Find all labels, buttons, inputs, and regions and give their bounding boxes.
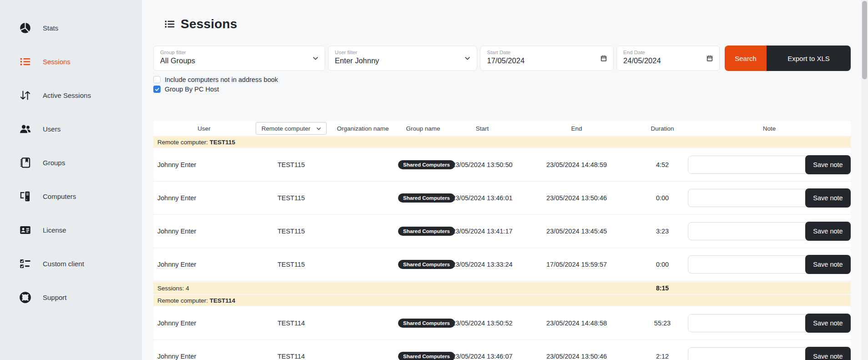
- sidebar-item-sessions[interactable]: Sessions: [0, 45, 142, 78]
- arrows-up-down-icon: [19, 89, 31, 101]
- table-row: Johnny Enter TEST115 Shared Computers 23…: [153, 248, 851, 281]
- main-content: Sessions Group filter All Groups User fi…: [142, 0, 868, 360]
- calendar-icon[interactable]: [706, 55, 713, 62]
- include-computers-checkbox-row[interactable]: Include computers not in address book: [153, 75, 851, 84]
- sidebar-item-active-sessions[interactable]: Active Sessions: [0, 78, 142, 112]
- sidebar-item-support[interactable]: Support: [0, 280, 142, 314]
- cell-user: Johnny Enter: [153, 194, 255, 202]
- cell-remote-computer: TEST115: [255, 261, 328, 268]
- cell-duration: 3:23: [637, 228, 688, 235]
- cell-note: Save note: [688, 347, 851, 360]
- column-header-organization-name: Organization name: [328, 125, 398, 132]
- group-header-computer: TEST115: [210, 139, 235, 146]
- cell-note: Save note: [688, 222, 851, 241]
- note-input[interactable]: [688, 156, 810, 174]
- sidebar-item-groups[interactable]: Groups: [0, 146, 142, 179]
- page-title: Sessions: [164, 15, 851, 33]
- group-header-label: Remote computer:: [157, 139, 210, 146]
- checklist-icon: [19, 258, 31, 270]
- cell-start: 23/05/2024 13:50:52: [448, 319, 516, 327]
- table-body: Remote computer: TEST115 Johnny Enter TE…: [153, 137, 851, 360]
- users-icon: [19, 123, 31, 135]
- address-book-icon: [19, 157, 31, 169]
- group-name-badge: Shared Computers: [398, 193, 455, 203]
- start-date-input[interactable]: Start Date 17/05/2024: [480, 46, 614, 71]
- group-name-badge: Shared Computers: [398, 352, 455, 360]
- cell-remote-computer: TEST115: [255, 161, 328, 168]
- cell-note: Save note: [688, 314, 851, 333]
- save-note-button[interactable]: Save note: [805, 314, 851, 333]
- summary-total-duration: 8:15: [637, 284, 688, 292]
- user-filter-select[interactable]: User filter Enter Johnny: [328, 46, 477, 71]
- table-row: Johnny Enter TEST115 Shared Computers 23…: [153, 148, 851, 182]
- group-filter-value: All Groups: [160, 56, 318, 65]
- scrollbar-thumb[interactable]: [862, 1, 867, 79]
- note-input[interactable]: [688, 314, 810, 332]
- cell-end: 23/05/2024 14:48:58: [516, 319, 637, 327]
- save-note-button[interactable]: Save note: [805, 222, 851, 241]
- calendar-icon[interactable]: [600, 55, 607, 62]
- sidebar-item-stats[interactable]: Stats: [0, 11, 142, 45]
- sessions-table: User Remote computer Organization name G…: [153, 121, 851, 360]
- group-filter-select[interactable]: Group filter All Groups: [153, 46, 325, 71]
- cell-user: Johnny Enter: [153, 319, 255, 327]
- cell-end: 17/05/2024 15:59:57: [516, 261, 637, 268]
- note-input[interactable]: [688, 347, 810, 360]
- cell-remote-computer: TEST114: [255, 353, 328, 360]
- action-buttons: Search Export to XLS: [725, 46, 851, 71]
- sidebar-item-license[interactable]: License: [0, 213, 142, 247]
- save-note-button[interactable]: Save note: [805, 155, 851, 174]
- cell-duration: 0:00: [637, 194, 688, 202]
- save-note-button[interactable]: Save note: [805, 255, 851, 274]
- cell-user: Johnny Enter: [153, 161, 255, 168]
- column-header-duration: Duration: [637, 125, 688, 132]
- group-name-badge: Shared Computers: [398, 319, 455, 328]
- cell-end: 23/05/2024 13:45:45: [516, 228, 637, 235]
- group-header-row: Remote computer: TEST114: [153, 295, 851, 306]
- group-by-pc-host-checkbox[interactable]: [153, 86, 161, 93]
- cell-note: Save note: [688, 155, 851, 174]
- export-to-xls-button[interactable]: Export to XLS: [767, 46, 851, 71]
- cell-duration: 55:23: [637, 319, 688, 327]
- summary-sessions-count: Sessions: 4: [153, 285, 637, 292]
- include-computers-checkbox[interactable]: [153, 76, 161, 83]
- cell-user: Johnny Enter: [153, 228, 255, 235]
- start-date-value: 17/05/2024: [487, 56, 607, 65]
- column-header-group-name: Group name: [398, 125, 448, 132]
- save-note-button[interactable]: Save note: [805, 347, 851, 360]
- sessions-list-icon: [19, 56, 31, 68]
- search-button[interactable]: Search: [725, 46, 767, 71]
- cell-end: 23/05/2024 14:48:59: [516, 161, 637, 168]
- sessions-list-icon: [164, 18, 176, 30]
- life-ring-icon: [19, 291, 31, 304]
- save-note-button[interactable]: Save note: [805, 188, 851, 208]
- checkbox-group: Include computers not in address book Gr…: [153, 75, 851, 94]
- sidebar-item-computers[interactable]: Computers: [0, 179, 142, 213]
- group-summary-row: Sessions: 4 8:15: [153, 282, 851, 294]
- group-by-pc-host-checkbox-row[interactable]: Group By PC Host: [153, 85, 851, 94]
- cell-note: Save note: [688, 255, 851, 274]
- cell-remote-computer: TEST115: [255, 228, 328, 235]
- vertical-scrollbar[interactable]: [861, 0, 868, 360]
- chevron-down-icon: [316, 126, 322, 132]
- group-name-badge: Shared Computers: [398, 260, 455, 269]
- cell-user: Johnny Enter: [153, 353, 255, 360]
- column-header-start: Start: [448, 125, 516, 132]
- computer-icon: [19, 190, 31, 203]
- sidebar-item-custom-client[interactable]: Custom client: [0, 247, 142, 280]
- group-header-computer: TEST114: [210, 297, 235, 304]
- end-date-input[interactable]: End Date 24/05/2024: [616, 46, 720, 71]
- sidebar-item-users[interactable]: Users: [0, 112, 142, 146]
- cell-start: 23/05/2024 13:46:07: [448, 353, 516, 360]
- chevron-down-icon: [312, 55, 319, 62]
- cell-end: 23/05/2024 13:50:46: [516, 353, 637, 360]
- column-header-end: End: [516, 125, 637, 132]
- table-row: Johnny Enter TEST115 Shared Computers 23…: [153, 215, 851, 248]
- note-input[interactable]: [688, 222, 810, 240]
- filter-bar: Group filter All Groups User filter Ente…: [153, 46, 851, 71]
- cell-duration: 4:52: [637, 161, 688, 168]
- note-input[interactable]: [688, 255, 810, 274]
- cell-user: Johnny Enter: [153, 261, 255, 268]
- note-input[interactable]: [688, 189, 810, 207]
- remote-computer-dropdown[interactable]: Remote computer: [256, 122, 327, 135]
